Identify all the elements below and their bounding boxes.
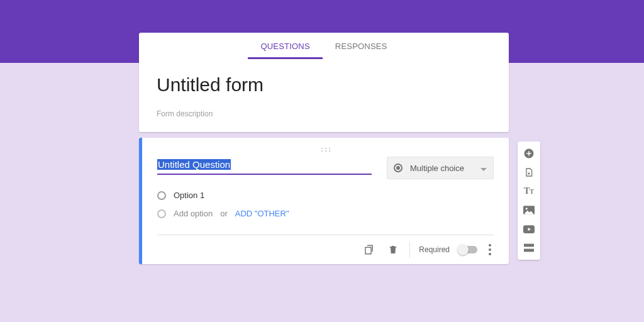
form-description-input[interactable]: Form description [157, 109, 491, 118]
question-title-input[interactable]: Untitled Question [157, 157, 372, 175]
svg-rect-14 [524, 249, 534, 252]
question-type-label: Multiple choice [410, 164, 464, 173]
option-text-input[interactable]: Option 1 [174, 191, 204, 200]
add-option-button[interactable]: Add option [174, 209, 213, 218]
add-video-icon[interactable] [518, 219, 540, 238]
add-section-icon[interactable] [518, 238, 540, 257]
or-text: or [220, 209, 228, 218]
svg-point-5 [329, 150, 330, 152]
radio-icon [157, 191, 166, 200]
svg-point-3 [321, 150, 323, 152]
question-type-select[interactable]: Multiple choice [387, 157, 494, 179]
tab-responses[interactable]: RESPONSES [323, 33, 400, 59]
form-title-input[interactable]: Untitled form [157, 74, 491, 96]
question-card: Untitled Question Multiple choice Option… [139, 138, 509, 264]
svg-point-1 [325, 148, 326, 149]
svg-rect-7 [365, 247, 371, 254]
svg-point-4 [325, 150, 326, 152]
svg-point-2 [329, 148, 330, 149]
add-image-icon[interactable] [518, 201, 540, 219]
add-other-button[interactable]: ADD "OTHER" [235, 209, 289, 218]
svg-marker-6 [480, 168, 487, 171]
svg-point-10 [526, 208, 528, 209]
tabs: QUESTIONS RESPONSES [139, 33, 509, 59]
question-row: Untitled Question Multiple choice [157, 157, 494, 179]
radio-icon [394, 164, 402, 172]
radio-icon [157, 209, 166, 218]
svg-point-0 [321, 148, 323, 149]
delete-icon[interactable] [386, 242, 401, 257]
option-row: Option 1 [157, 191, 494, 200]
required-toggle[interactable] [458, 246, 477, 253]
add-option-row: Add option or ADD "OTHER" [157, 209, 494, 218]
more-icon[interactable] [486, 244, 494, 255]
duplicate-icon[interactable] [362, 242, 377, 257]
chevron-down-icon [480, 164, 487, 173]
svg-rect-13 [524, 244, 534, 247]
import-questions-icon[interactable] [518, 163, 540, 182]
question-footer: Required [157, 235, 494, 258]
required-label: Required [419, 245, 450, 254]
tab-questions[interactable]: QUESTIONS [248, 33, 322, 59]
side-toolbar: TT [518, 142, 540, 260]
question-title-text: Untitled Question [157, 159, 231, 170]
add-question-icon[interactable] [518, 144, 540, 163]
form-header-card: QUESTIONS RESPONSES Untitled form Form d… [139, 33, 509, 132]
title-block: Untitled form Form description [139, 59, 509, 132]
add-title-icon[interactable]: TT [518, 182, 540, 201]
separator [409, 242, 410, 258]
drag-handle-icon[interactable] [157, 143, 494, 157]
